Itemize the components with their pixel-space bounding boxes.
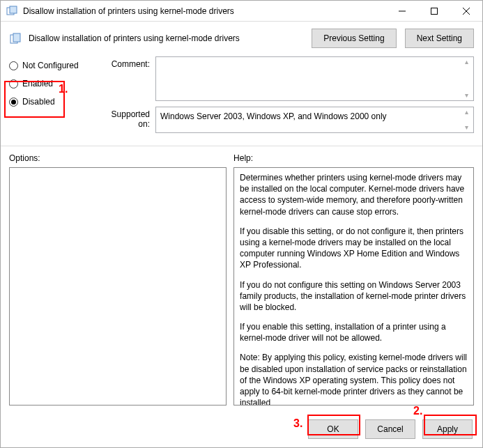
scroll-down-icon: ▾ <box>465 92 468 99</box>
comment-label: Comment: <box>100 56 155 101</box>
cancel-button[interactable]: Cancel <box>365 419 415 439</box>
window-title: Disallow installation of printers using … <box>23 6 386 16</box>
options-pane[interactable] <box>9 167 227 405</box>
supported-on-box: Windows Server 2003, Windows XP, and Win… <box>155 107 474 133</box>
radio-disabled[interactable]: Disabled <box>9 97 100 107</box>
svg-rect-1 <box>10 6 17 13</box>
radio-icon <box>9 98 18 107</box>
policy-title: Disallow installation of printers using … <box>29 33 303 43</box>
help-label: Help: <box>233 153 474 163</box>
ok-button[interactable]: OK <box>308 419 358 439</box>
app-icon <box>6 6 17 17</box>
options-label: Options: <box>9 153 227 163</box>
scrollbar[interactable]: ▴ ▾ <box>461 59 472 99</box>
help-paragraph: If you enable this setting, installation… <box>240 321 468 343</box>
header-row: Disallow installation of printers using … <box>1 22 482 52</box>
scrollbar[interactable]: ▴ ▾ <box>461 109 472 131</box>
radio-label: Not Configured <box>22 61 79 70</box>
scroll-up-icon: ▴ <box>465 59 468 65</box>
help-pane[interactable]: Determines whether printers using kernel… <box>233 167 474 405</box>
svg-rect-7 <box>13 33 20 42</box>
radio-label: Enabled <box>22 79 53 88</box>
policy-icon <box>9 32 22 45</box>
dialog-window: Disallow installation of printers using … <box>0 0 483 448</box>
minimize-button[interactable] <box>386 1 418 22</box>
close-button[interactable] <box>450 1 482 22</box>
help-paragraph: If you do not configure this setting on … <box>240 279 468 314</box>
next-setting-button[interactable]: Next Setting <box>405 29 474 48</box>
radio-label: Disabled <box>22 97 55 107</box>
previous-setting-button[interactable]: Previous Setting <box>312 29 396 48</box>
radio-enabled[interactable]: Enabled <box>9 79 100 88</box>
scroll-up-icon: ▴ <box>465 109 468 116</box>
radio-not-configured[interactable]: Not Configured <box>9 61 100 70</box>
help-paragraph: If you disable this setting, or do not c… <box>240 226 468 271</box>
help-paragraph: Note: By applying this policy, existing … <box>240 352 468 405</box>
help-paragraph: Determines whether printers using kernel… <box>240 172 468 217</box>
lower-section: Options: Help: Determines whether printe… <box>1 146 482 412</box>
window-controls <box>386 1 482 22</box>
state-radios: Not Configured Enabled Disabled <box>9 56 100 139</box>
maximize-button[interactable] <box>418 1 450 22</box>
supported-on-label: Supported on: <box>100 107 155 133</box>
supported-on-value: Windows Server 2003, Windows XP, and Win… <box>159 110 470 123</box>
comment-textarea[interactable]: ▴ ▾ <box>155 56 474 101</box>
titlebar: Disallow installation of printers using … <box>1 1 482 22</box>
dialog-footer: OK Cancel Apply <box>1 412 482 447</box>
apply-button[interactable]: Apply <box>422 419 473 439</box>
radio-icon <box>9 61 18 70</box>
radio-icon <box>9 79 18 88</box>
svg-rect-3 <box>431 8 438 14</box>
settings-section: Not Configured Enabled Disabled Comment:… <box>1 52 482 146</box>
scroll-down-icon: ▾ <box>465 124 468 131</box>
